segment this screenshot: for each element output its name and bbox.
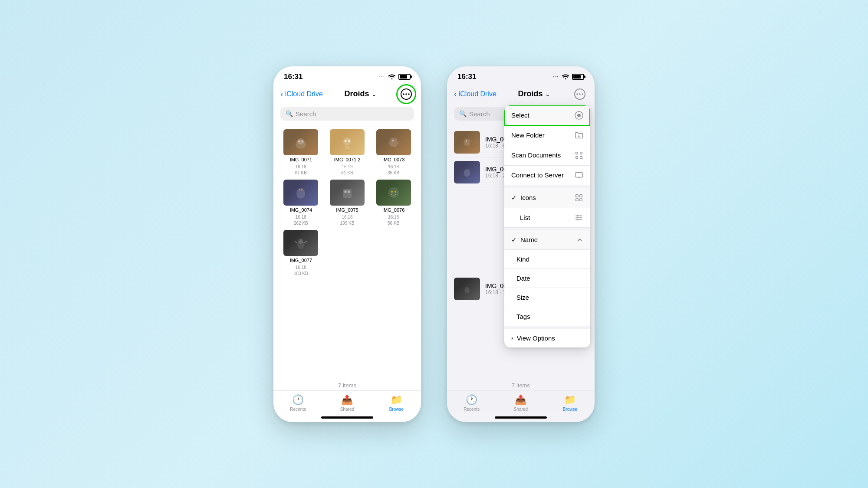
more-options-button[interactable] xyxy=(398,86,414,102)
svg-point-2 xyxy=(405,93,407,95)
svg-point-27 xyxy=(298,239,303,244)
back-button-right[interactable]: ‹ iCloud Drive xyxy=(454,89,496,99)
tab-shared-left[interactable]: 📤 Shared xyxy=(322,394,372,412)
dropdown-item-tags[interactable]: Tags xyxy=(504,307,590,326)
list-item[interactable]: IMG_0071 16:1861 KB xyxy=(280,129,322,176)
wifi-icon xyxy=(388,74,396,79)
list-icon xyxy=(575,214,583,222)
dropdown-item-list[interactable]: List xyxy=(504,208,590,228)
ellipsis-circle-icon xyxy=(401,88,412,100)
search-icon-right: 🔍 xyxy=(459,110,467,117)
file-name-7: IMG_0077 xyxy=(290,258,312,263)
dropdown-item-icons[interactable]: ✓ Icons xyxy=(504,188,590,208)
nav-title-right: Droids xyxy=(518,89,542,98)
dropdown-item-kind[interactable]: Kind xyxy=(504,250,590,269)
recents-icon-right: 🕐 xyxy=(466,394,477,406)
dropdown-item-connect-server[interactable]: Connect to Server xyxy=(504,166,590,185)
svg-rect-35 xyxy=(466,140,467,141)
svg-point-3 xyxy=(408,93,410,95)
svg-point-22 xyxy=(348,190,350,193)
folder-plus-icon xyxy=(575,131,583,139)
dropdown-item-view-options[interactable]: › View Options xyxy=(504,329,590,347)
tab-recents-left[interactable]: 🕐 Recents xyxy=(273,394,322,412)
list-item[interactable]: IMG_0076 16:1856 KB xyxy=(373,180,414,226)
svg-point-1 xyxy=(403,93,404,95)
svg-point-24 xyxy=(391,191,393,193)
list-item[interactable]: IMG_0077 16:18183 KB xyxy=(280,230,322,277)
left-phone: 16:31 ··· ‹ iCloud Drive Droids ⌄ xyxy=(273,66,421,422)
item-count-right: 7 items xyxy=(447,380,595,390)
dropdown-label-name: Name xyxy=(520,236,538,243)
svg-point-31 xyxy=(576,93,578,95)
file-name-4: IMG_0074 xyxy=(290,207,312,213)
back-label-left: iCloud Drive xyxy=(285,90,323,98)
browse-icon-left: 📁 xyxy=(391,394,402,406)
dropdown-item-name[interactable]: ✓ Name xyxy=(504,230,590,250)
svg-point-36 xyxy=(464,169,470,177)
tab-bar-left: 🕐 Recents 📤 Shared 📁 Browse xyxy=(273,390,421,413)
list-item-left: List xyxy=(511,214,530,221)
svg-point-33 xyxy=(582,93,583,95)
icons-item-left: ✓ Icons xyxy=(511,194,536,202)
svg-rect-49 xyxy=(580,194,582,197)
file-grid-left: IMG_0071 16:1861 KB IMG_0071 2 16:1961 K… xyxy=(273,124,421,380)
home-bar-right xyxy=(495,416,547,419)
svg-point-37 xyxy=(464,287,470,293)
ellipsis-circle-icon-right xyxy=(574,88,585,100)
search-bar-left[interactable]: 🔍 Search xyxy=(280,107,414,121)
file-thumbnail-1 xyxy=(283,129,318,155)
tab-label-shared-left: Shared xyxy=(340,407,354,412)
nav-title-chevron-right: ⌄ xyxy=(545,91,550,98)
nav-title-area-right: Droids ⌄ xyxy=(496,89,572,98)
dropdown-item-date[interactable]: Date xyxy=(504,269,590,288)
name-item-left: ✓ Name xyxy=(511,236,538,244)
file-meta-3: 16:1835 KB xyxy=(388,164,399,176)
tab-browse-right[interactable]: 📁 Browse xyxy=(546,394,595,412)
tab-label-shared-right: Shared xyxy=(514,407,528,412)
file-meta-6: 16:1856 KB xyxy=(388,214,399,226)
more-options-button-right[interactable] xyxy=(572,86,588,102)
svg-point-56 xyxy=(577,217,578,218)
dropdown-label-new-folder: New Folder xyxy=(511,131,545,139)
recents-icon-left: 🕐 xyxy=(292,394,304,406)
shared-icon-right: 📤 xyxy=(515,394,526,406)
time-right: 16:31 xyxy=(457,72,476,81)
file-name-5: IMG_0075 xyxy=(336,207,358,213)
list-item[interactable]: IMG_0074 16:18262 KB xyxy=(280,180,322,226)
file-meta-1: 16:1861 KB xyxy=(295,164,307,176)
svg-rect-15 xyxy=(397,141,399,145)
browse-icon-right: 📁 xyxy=(564,394,576,406)
scan-icon xyxy=(575,151,583,160)
list-item[interactable]: IMG_0075 16:18199 KB xyxy=(327,180,368,226)
monitor-icon xyxy=(575,171,583,179)
svg-rect-9 xyxy=(345,146,349,149)
search-placeholder-left: Search xyxy=(296,110,316,118)
status-bar-right: 16:31 ··· xyxy=(447,66,595,85)
nav-title-left: Droids xyxy=(344,89,369,98)
nav-title-area-left: Droids ⌄ xyxy=(323,89,398,98)
back-button-left[interactable]: ‹ iCloud Drive xyxy=(280,89,323,99)
shared-icon-left: 📤 xyxy=(341,394,353,406)
dropdown-item-new-folder[interactable]: New Folder xyxy=(504,126,590,145)
file-thumbnail-3 xyxy=(376,129,411,155)
svg-point-57 xyxy=(577,219,578,220)
dropdown-item-select[interactable]: Select xyxy=(504,105,590,126)
tab-shared-right[interactable]: 📤 Shared xyxy=(496,394,545,412)
svg-point-55 xyxy=(577,215,578,216)
svg-rect-51 xyxy=(580,198,582,200)
tab-browse-left[interactable]: 📁 Browse xyxy=(372,394,421,412)
dropdown-item-scan-documents[interactable]: Scan Documents xyxy=(504,145,590,166)
dropdown-item-size[interactable]: Size xyxy=(504,288,590,307)
file-name-6: IMG_0076 xyxy=(382,207,404,213)
right-thumb-3 xyxy=(454,278,480,300)
list-item[interactable]: IMG_0071 2 16:1961 KB xyxy=(327,129,368,176)
svg-rect-48 xyxy=(576,194,578,197)
svg-line-28 xyxy=(295,241,297,243)
file-thumbnail-2 xyxy=(330,129,365,155)
tab-recents-right[interactable]: 🕐 Recents xyxy=(447,394,496,412)
dropdown-label-list: List xyxy=(520,214,530,221)
tab-label-browse-left: Browse xyxy=(389,407,404,412)
list-item[interactable]: IMG_0073 16:1835 KB xyxy=(373,129,414,176)
svg-point-10 xyxy=(344,140,346,142)
svg-rect-7 xyxy=(302,141,303,142)
